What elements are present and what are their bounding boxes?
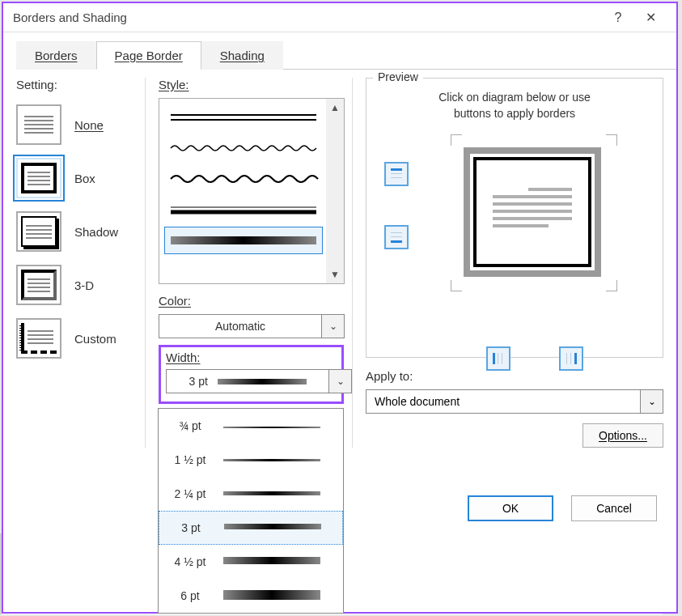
svg-rect-10 <box>391 232 402 233</box>
border-right-button[interactable] <box>559 346 583 371</box>
style-option-gradient[interactable] <box>164 227 323 254</box>
svg-rect-22 <box>223 557 320 564</box>
chevron-down-icon[interactable]: ⌄ <box>321 315 344 338</box>
svg-rect-6 <box>391 168 402 171</box>
setting-box-label: Box <box>74 172 95 185</box>
width-value: 3 pt <box>167 375 328 388</box>
svg-rect-21 <box>224 524 321 529</box>
svg-rect-8 <box>391 177 402 178</box>
preview-legend: Preview <box>373 70 423 83</box>
tab-strip: Borders Page Border Shading <box>16 40 676 70</box>
preview-corner-marker <box>451 280 462 291</box>
preview-corner-marker <box>451 134 462 146</box>
chevron-down-icon[interactable]: ⌄ <box>640 390 663 413</box>
preview-corner-marker <box>606 280 617 291</box>
width-label: Width: <box>166 350 337 364</box>
svg-rect-11 <box>391 236 402 237</box>
svg-rect-19 <box>223 459 320 461</box>
apply-to-label: Apply to: <box>366 369 663 383</box>
width-option[interactable]: ¾ pt <box>159 409 343 443</box>
svg-rect-9 <box>391 240 402 243</box>
preview-diagram[interactable] <box>464 147 601 277</box>
svg-rect-16 <box>566 353 567 364</box>
setting-custom[interactable] <box>16 318 61 359</box>
title-bar: Borders and Shading ? ✕ <box>3 3 676 32</box>
setting-3d[interactable] <box>16 265 61 305</box>
border-top-button[interactable] <box>384 162 409 186</box>
tab-borders[interactable]: Borders <box>16 41 96 70</box>
apply-to-combo[interactable]: Whole document ⌄ <box>366 389 663 414</box>
width-dropdown[interactable]: ¾ pt 1 ½ pt 2 ¼ pt 3 pt 4 ½ pt 6 pt <box>158 408 344 614</box>
scroll-down-icon[interactable]: ▼ <box>330 269 340 280</box>
tab-shading[interactable]: Shading <box>201 41 283 70</box>
ok-button[interactable]: OK <box>468 495 553 521</box>
width-group-highlight: Width: 3 pt ⌄ <box>159 345 344 404</box>
setting-shadow-label: Shadow <box>74 225 118 239</box>
width-option-selected[interactable]: 3 pt <box>159 511 343 545</box>
dialog-title: Borders and Shading <box>13 11 127 24</box>
svg-rect-15 <box>574 353 577 364</box>
width-option[interactable]: 1 ½ pt <box>159 443 343 477</box>
svg-rect-14 <box>502 353 502 364</box>
border-left-button[interactable] <box>486 346 510 371</box>
setting-none[interactable] <box>16 104 61 145</box>
svg-rect-12 <box>493 353 495 364</box>
setting-box[interactable] <box>16 158 61 198</box>
setting-3d-label: 3-D <box>74 278 94 292</box>
border-bottom-button[interactable] <box>384 225 409 249</box>
svg-rect-7 <box>391 173 402 174</box>
style-option-wave-large[interactable] <box>164 165 323 193</box>
setting-none-label: None <box>74 118 104 132</box>
svg-rect-18 <box>223 427 320 428</box>
svg-rect-17 <box>570 353 571 364</box>
scroll-up-icon[interactable]: ▲ <box>330 102 340 113</box>
style-listbox[interactable]: ▲ ▼ <box>159 98 345 284</box>
setting-custom-label: Custom <box>74 332 116 346</box>
style-scrollbar[interactable]: ▲ ▼ <box>326 99 344 283</box>
tab-page-border[interactable]: Page Border <box>96 41 201 70</box>
width-option[interactable]: 4 ½ pt <box>159 545 343 579</box>
chevron-down-icon[interactable]: ⌄ <box>328 370 351 393</box>
style-option-double[interactable] <box>164 104 323 131</box>
width-option[interactable]: 2 ¼ pt <box>159 477 343 511</box>
svg-rect-13 <box>498 353 498 364</box>
setting-shadow[interactable] <box>16 211 61 252</box>
apply-to-value: Whole document <box>366 395 640 408</box>
color-value: Automatic <box>159 320 321 333</box>
width-option[interactable]: 6 pt <box>159 579 343 613</box>
preview-fieldset: Preview Click on diagram below or usebut… <box>366 78 663 358</box>
style-label: Style: <box>159 78 344 91</box>
cancel-button[interactable]: Cancel <box>571 495 657 521</box>
color-combo[interactable]: Automatic ⌄ <box>159 314 345 338</box>
svg-rect-5 <box>218 379 307 384</box>
svg-rect-20 <box>223 491 320 495</box>
style-option-wave-small[interactable] <box>164 134 323 162</box>
setting-label: Setting: <box>16 78 138 91</box>
svg-rect-4 <box>171 236 316 244</box>
style-option-thick[interactable] <box>164 196 323 223</box>
preview-hint: Click on diagram below or usebuttons to … <box>375 90 654 121</box>
close-button[interactable]: ✕ <box>634 10 667 25</box>
options-button[interactable]: Options... <box>582 423 663 448</box>
color-label: Color: <box>159 294 344 308</box>
svg-rect-23 <box>223 590 320 600</box>
preview-corner-marker <box>606 134 617 146</box>
width-combo[interactable]: 3 pt ⌄ <box>166 369 352 393</box>
help-button[interactable]: ? <box>602 11 634 25</box>
